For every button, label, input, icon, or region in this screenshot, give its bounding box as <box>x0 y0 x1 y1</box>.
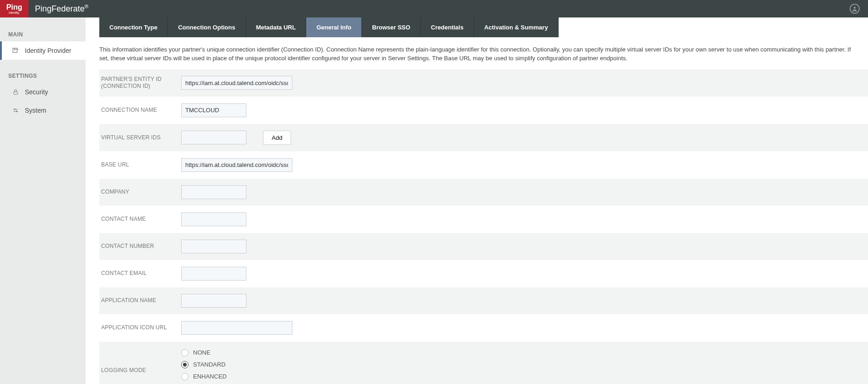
sidebar-item-system[interactable]: System <box>0 101 86 120</box>
intro-text: This information identifies your partner… <box>99 37 868 69</box>
label-application-icon-url: APPLICATION ICON URL <box>99 324 181 332</box>
tab-connection-type[interactable]: Connection Type <box>99 17 168 37</box>
idp-icon <box>12 47 19 54</box>
tab-browser-sso[interactable]: Browser SSO <box>362 17 421 37</box>
svg-point-0 <box>854 6 856 9</box>
svg-rect-2 <box>14 92 17 94</box>
input-application-icon-url[interactable] <box>181 321 292 335</box>
label-base-url: BASE URL <box>99 161 181 169</box>
sidebar-section-settings: SETTINGS <box>0 68 86 83</box>
main-content: Connection Type Connection Options Metad… <box>86 17 868 384</box>
label-contact-name: CONTACT NAME <box>99 216 181 223</box>
tab-general-info[interactable]: General Info <box>306 17 362 37</box>
label-entity-id: PARTNER'S ENTITY ID (CONNECTION ID) <box>99 76 181 90</box>
sidebar-item-security[interactable]: Security <box>0 83 86 101</box>
add-button[interactable]: Add <box>263 131 291 145</box>
logo-text: Ping <box>6 4 23 11</box>
radio-logging-standard[interactable]: STANDARD <box>181 361 227 368</box>
top-bar: Ping Identity. PingFederate® <box>0 0 868 17</box>
sidebar-section-main: MAIN <box>0 27 86 41</box>
radio-logging-enhanced[interactable]: ENHANCED <box>181 373 227 380</box>
radio-label: ENHANCED <box>193 373 227 380</box>
sidebar: MAIN Identity Provider SETTINGS Security… <box>0 17 86 384</box>
label-company: COMPANY <box>99 189 181 196</box>
input-company[interactable] <box>181 185 246 199</box>
label-connection-name: CONNECTION NAME <box>99 107 181 114</box>
label-logging-mode: LOGGING MODE <box>99 367 181 374</box>
label-virtual-server-ids: VIRTUAL SERVER IDS <box>99 134 181 142</box>
radio-icon <box>181 361 188 368</box>
input-contact-number[interactable] <box>181 240 246 253</box>
logging-mode-group: NONE STANDARD ENHANCED <box>181 348 227 384</box>
label-application-name: APPLICATION NAME <box>99 297 181 304</box>
input-connection-name[interactable] <box>181 103 246 117</box>
radio-label: STANDARD <box>193 361 226 368</box>
svg-point-5 <box>14 109 15 110</box>
input-contact-email[interactable] <box>181 267 246 281</box>
system-icon <box>12 107 19 114</box>
logo-subtext: Identity. <box>9 11 20 14</box>
input-application-name[interactable] <box>181 294 246 308</box>
input-entity-id[interactable] <box>181 76 292 90</box>
label-contact-number: CONTACT NUMBER <box>99 243 181 250</box>
sidebar-item-label: Identity Provider <box>25 47 71 54</box>
input-base-url[interactable] <box>181 158 292 172</box>
product-name: PingFederate® <box>35 4 88 14</box>
radio-icon <box>181 373 188 380</box>
input-virtual-server-ids[interactable] <box>181 131 246 144</box>
tab-connection-options[interactable]: Connection Options <box>168 17 246 37</box>
tab-credentials[interactable]: Credentials <box>421 17 474 37</box>
radio-icon <box>181 349 188 356</box>
tab-metadata-url[interactable]: Metadata URL <box>246 17 307 37</box>
sidebar-item-identity-provider[interactable]: Identity Provider <box>0 41 86 60</box>
lock-icon <box>12 88 19 96</box>
svg-point-6 <box>16 111 17 112</box>
tab-activation-summary[interactable]: Activation & Summary <box>474 17 559 37</box>
sidebar-item-label: System <box>25 107 46 114</box>
tab-bar: Connection Type Connection Options Metad… <box>99 17 868 37</box>
label-contact-email: CONTACT EMAIL <box>99 270 181 277</box>
radio-label: NONE <box>193 349 211 356</box>
input-contact-name[interactable] <box>181 212 246 226</box>
ping-logo: Ping Identity. <box>0 0 29 17</box>
user-icon[interactable] <box>850 4 860 14</box>
sidebar-item-label: Security <box>25 88 48 96</box>
radio-logging-none[interactable]: NONE <box>181 349 227 356</box>
